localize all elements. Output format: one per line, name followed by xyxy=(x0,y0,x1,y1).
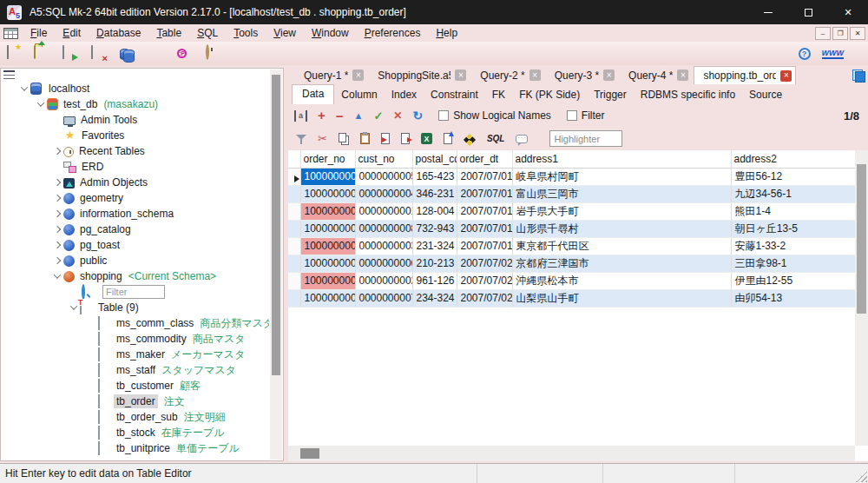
export-icon[interactable] xyxy=(401,133,410,144)
filter-funnel-icon[interactable] xyxy=(296,134,306,144)
insert-record-icon[interactable]: + xyxy=(318,109,326,122)
table-row[interactable]: 1000000001 0000000005 165-423 2007/07/01… xyxy=(288,168,855,185)
column-header[interactable]: postal_cd xyxy=(412,150,457,168)
checkbox-icon[interactable] xyxy=(438,110,449,121)
highlighter-input[interactable] xyxy=(549,130,622,147)
chevron-right-icon[interactable] xyxy=(51,227,63,232)
tree-item-pg-catalog[interactable]: pg_catalog xyxy=(1,222,269,237)
paste-icon[interactable] xyxy=(360,133,370,144)
menu-preferences[interactable]: Preferences xyxy=(357,25,429,41)
tab-query-1[interactable]: Query-1 * xyxy=(295,66,367,84)
chevron-right-icon[interactable] xyxy=(51,242,63,248)
www-icon[interactable]: WWW xyxy=(822,49,844,59)
edit-record-icon[interactable]: ▲ xyxy=(354,110,364,121)
tab-trigger[interactable]: Trigger xyxy=(587,86,634,104)
grid-horizontal-scrollbar[interactable] xyxy=(288,446,855,461)
tree-item-shopping[interactable]: shopping <Current Schema> xyxy=(1,268,269,284)
tree-item-localhost[interactable]: localhost xyxy=(1,81,269,96)
tab-index[interactable]: Index xyxy=(385,86,424,104)
menu-edit[interactable]: Edit xyxy=(55,25,89,41)
close-button[interactable]: ✕ xyxy=(828,0,868,24)
tree-item-admin-tools[interactable]: Admin Tools xyxy=(1,112,269,128)
connect-database-icon[interactable] xyxy=(62,46,78,62)
tree-item-test-db[interactable]: test_db (masakazu) xyxy=(1,96,269,112)
menu-database[interactable]: Database xyxy=(89,25,148,41)
tab-column[interactable]: Column xyxy=(334,86,384,104)
tree-item-tb-order-sub[interactable]: tb_order_sub 注文明細 xyxy=(1,409,269,425)
open-folder-icon[interactable] xyxy=(34,46,49,62)
chevron-down-icon[interactable] xyxy=(35,102,47,107)
menu-tools[interactable]: Tools xyxy=(226,25,266,41)
chevron-right-icon[interactable] xyxy=(51,149,63,154)
tab-query-3[interactable]: Query-3 * xyxy=(546,66,618,84)
chevron-right-icon[interactable] xyxy=(51,258,63,263)
chevron-right-icon[interactable] xyxy=(51,211,63,216)
copy-with-header-icon[interactable] xyxy=(444,133,452,144)
table-row[interactable]: 1000000004 0000000008 732-943 2007/07/01… xyxy=(288,220,855,237)
tree-item-information-schema[interactable]: information_schema xyxy=(1,206,269,222)
tab-fk[interactable]: FK xyxy=(485,86,512,104)
postgresql-icon[interactable]: :P xyxy=(177,46,193,62)
menu-window[interactable]: Window xyxy=(304,25,357,41)
tree-item-geometry[interactable]: geometry xyxy=(1,190,269,206)
tree-view-icon[interactable] xyxy=(3,70,15,80)
refresh-icon[interactable]: ↻ xyxy=(412,109,423,122)
maximize-button[interactable] xyxy=(788,0,828,24)
excel-export-icon[interactable]: X xyxy=(421,133,432,144)
tab-query-2[interactable]: Query-2 * xyxy=(471,66,543,84)
table-row[interactable]: 1000000005 0000000003 231-324 2007/07/01… xyxy=(288,237,855,255)
column-header[interactable]: order_no xyxy=(300,150,355,168)
tab-constraint[interactable]: Constraint xyxy=(424,86,485,104)
disconnect-database-icon[interactable] xyxy=(91,46,107,62)
system-menu-icon[interactable] xyxy=(3,28,18,39)
tree-item-ms-maker[interactable]: ms_maker メーカーマスタ xyxy=(1,347,269,362)
close-icon[interactable] xyxy=(529,69,541,81)
table-row[interactable]: 1000000008 0000000007 234-324 2007/07/02… xyxy=(288,289,855,307)
tab-rdbms-specific-info[interactable]: RDBMS specific info xyxy=(634,86,742,104)
tree-item-ms-comm-class[interactable]: ms_comm_class 商品分類マスタ xyxy=(1,315,269,331)
tree-item-ms-staff[interactable]: ms_staff スタッフマスタ xyxy=(1,362,269,378)
chevron-down-icon[interactable] xyxy=(51,274,63,279)
close-icon[interactable] xyxy=(455,69,466,81)
tab-fk-pk-side[interactable]: FK (PK Side) xyxy=(512,86,587,104)
tree-item-public[interactable]: public xyxy=(1,253,269,268)
column-header[interactable]: address1 xyxy=(512,150,731,168)
tree-scrollbar[interactable] xyxy=(270,69,282,460)
new-document-icon[interactable] xyxy=(5,46,21,62)
menu-file[interactable]: File xyxy=(23,25,55,41)
tree-item-tb-unitprice[interactable]: tb_unitprice 単価テーブル xyxy=(1,440,269,456)
fit-column-width-icon[interactable]: a xyxy=(294,110,307,122)
close-icon[interactable] xyxy=(780,70,792,82)
chevron-down-icon[interactable] xyxy=(18,86,30,91)
tree-filter-input[interactable] xyxy=(102,285,165,299)
table-row[interactable]: 1000000002 0000000004 346-231 2007/07/01… xyxy=(288,185,855,202)
minimize-button[interactable] xyxy=(748,0,788,24)
sql-icon[interactable]: SQL xyxy=(487,134,505,143)
delete-record-icon[interactable]: − xyxy=(336,110,344,122)
scrollbar-thumb[interactable] xyxy=(272,75,280,375)
chevron-right-icon[interactable] xyxy=(51,180,63,185)
selected-cell[interactable]: 1000000001 xyxy=(300,168,355,185)
history-clock-icon[interactable] xyxy=(206,46,221,62)
copy-icon[interactable] xyxy=(339,133,346,142)
menu-table[interactable]: Table xyxy=(148,25,189,41)
help-icon[interactable]: ? xyxy=(799,48,811,60)
grid-vertical-scrollbar[interactable] xyxy=(855,150,868,446)
menu-sql[interactable]: SQL xyxy=(189,25,226,41)
tree-item-tb-stock[interactable]: tb_stock 在庫テーブル xyxy=(1,425,269,440)
tree-item-tb-order[interactable]: tb_order 注文 xyxy=(1,394,269,409)
menu-view[interactable]: View xyxy=(266,25,304,41)
tree-item-favorites[interactable]: ★ Favorites xyxy=(1,128,269,143)
checkbox-icon[interactable] xyxy=(567,110,577,121)
batch-update-icon[interactable] xyxy=(464,133,476,145)
tab-data[interactable]: Data xyxy=(292,84,334,104)
import-icon[interactable] xyxy=(381,133,390,144)
post-edit-icon[interactable]: ✓ xyxy=(373,109,383,122)
column-header[interactable]: order_dt xyxy=(457,150,512,168)
comment-icon[interactable]: ··· xyxy=(516,135,528,143)
column-header[interactable]: cust_no xyxy=(355,150,412,168)
tab-shoppingsite-a5er[interactable]: ShoppingSite.a5er xyxy=(369,66,470,84)
close-icon[interactable] xyxy=(352,69,364,81)
mdi-restore-button[interactable]: ❐ xyxy=(832,27,848,40)
close-icon[interactable] xyxy=(677,69,688,81)
